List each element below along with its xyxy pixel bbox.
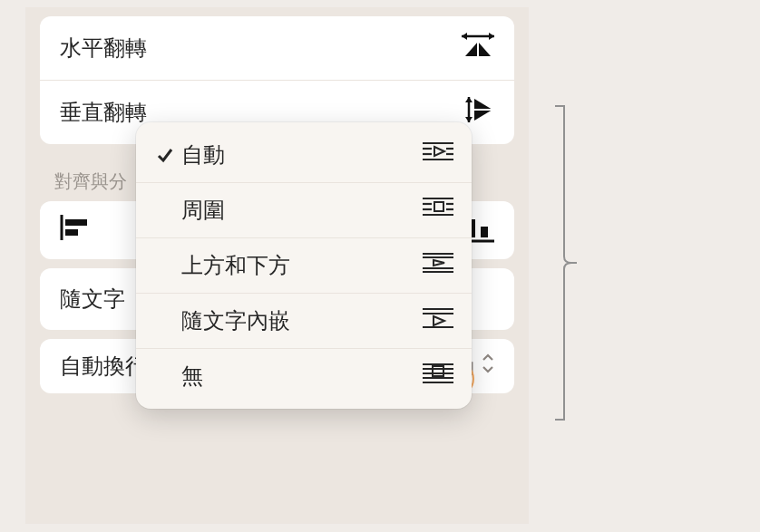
svg-marker-7 (465, 117, 473, 122)
popup-item-inline[interactable]: 隨文字內嵌 (136, 293, 472, 348)
wrap-mode-popup: 自動 周圍 (136, 122, 472, 409)
flip-horizontal-label: 水平翻轉 (60, 34, 462, 63)
popup-item-label: 隨文字內嵌 (181, 306, 423, 335)
wrap-around-icon (423, 140, 453, 169)
svg-marker-1 (462, 33, 467, 40)
svg-marker-39 (434, 260, 444, 266)
svg-rect-15 (481, 227, 488, 237)
svg-marker-6 (465, 97, 473, 102)
chevron-up-down-icon (482, 353, 494, 379)
wrap-above-below-icon (423, 251, 453, 280)
flip-horizontal-icon (462, 33, 494, 63)
svg-marker-44 (434, 316, 444, 325)
popup-item-label: 周圍 (181, 196, 423, 225)
autowrap-label: 自動換行 (60, 352, 147, 381)
svg-rect-48 (433, 366, 443, 376)
popup-item-label: 自動 (181, 140, 423, 169)
popup-item-around[interactable]: 周圍 (136, 182, 472, 237)
flip-horizontal-row[interactable]: 水平翻轉 (40, 16, 514, 80)
wrap-none-icon (423, 362, 453, 391)
callout-bracket (553, 104, 579, 421)
wrap-inline-icon (423, 306, 453, 335)
svg-marker-29 (434, 147, 444, 156)
svg-marker-2 (489, 33, 494, 40)
checkmark-icon (149, 146, 181, 164)
wrap-around-icon (423, 196, 453, 225)
popup-item-above-below[interactable]: 上方和下方 (136, 237, 472, 293)
popup-item-auto[interactable]: 自動 (136, 128, 472, 182)
popup-item-label: 無 (181, 362, 423, 391)
popup-item-label: 上方和下方 (181, 251, 423, 280)
svg-rect-36 (434, 202, 443, 211)
svg-rect-12 (65, 229, 78, 236)
align-left-icon (60, 215, 91, 246)
popup-item-none[interactable]: 無 (136, 348, 472, 403)
flip-vertical-icon (462, 97, 494, 128)
svg-rect-11 (65, 219, 87, 226)
